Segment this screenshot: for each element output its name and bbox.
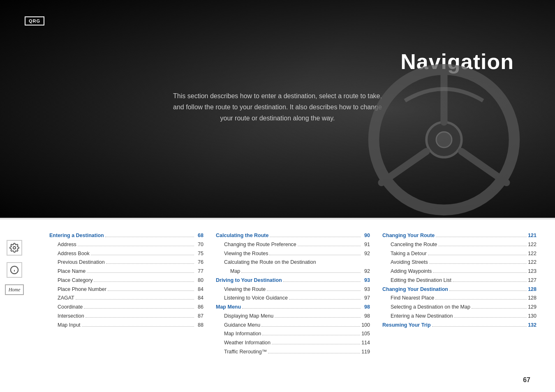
toc-entry-place-name: Place Name 77 [49, 267, 204, 275]
page-number: 67 [523, 376, 530, 384]
svg-line-3 [382, 152, 426, 183]
toc-entry-place-phone: Place Phone Number 84 [49, 286, 204, 293]
toc-col-1: Entering a Destination 68 Address 70 Add… [37, 232, 210, 384]
toc-entry-avoiding-streets: Avoiding Streets 122 [382, 258, 536, 266]
toc-entry-viewing-routes: Viewing the Routes 92 [216, 250, 370, 258]
toc-entry-viewing-route: Viewing the Route 93 [216, 286, 370, 293]
toc-entry-calculating-route: Calculating the Route 90 [216, 232, 370, 240]
toc-entry-address: Address 70 [49, 241, 204, 249]
hero-section: QRG Navigation This section describes ho… [0, 0, 555, 218]
toc-entry-map-input: Map Input 88 [49, 321, 204, 329]
toc-entry-calculating-route-dest: Calculating the Route on the Destination [216, 258, 370, 266]
toc-entry-driving-destination: Driving to Your Destination 93 [216, 277, 370, 284]
toc-col-2: Calculating the Route 90 Changing the Ro… [210, 232, 376, 384]
toc-entry-address-book: Address Book 75 [49, 250, 204, 258]
toc-entry-traffic-rerouting: Traffic Rerouting™ 119 [216, 348, 370, 356]
svg-point-5 [436, 132, 452, 148]
info-icon-box [7, 262, 22, 278]
toc-entry-canceling-route: Canceling the Route 122 [382, 241, 536, 249]
steering-wheel-image [366, 62, 522, 218]
toc-entry-selecting-dest-map: Selecting a Destination on the Map 129 [382, 303, 536, 311]
qrg-badge: QRG [25, 16, 44, 25]
toc-columns: Entering a Destination 68 Address 70 Add… [25, 232, 555, 384]
toc-entry-map: Map 92 [216, 267, 370, 275]
toc-col-3: Changing Your Route 121 Canceling the Ro… [376, 232, 543, 384]
toc-entry-adding-waypoints: Adding Waypoints 123 [382, 267, 536, 275]
toc-entry-map-menu: Map Menu 98 [216, 303, 370, 311]
toc-entry-changing-your-dest: Changing Your Destination 128 [382, 286, 536, 293]
toc-entry-zagat: ZAGAT 84 [49, 294, 204, 302]
toc-entry-intersection: Intersection 87 [49, 312, 204, 320]
toc-entry-previous-destination: Previous Destination 76 [49, 258, 204, 266]
toc-entry-changing-your-route: Changing Your Route 121 [382, 232, 536, 240]
toc-entry-entering-new-dest: Entering a New Destination 130 [382, 312, 536, 320]
toc-entry-entering-destination: Entering a Destination 68 [49, 232, 204, 240]
icons-column: Home [0, 232, 25, 384]
toc-entry-changing-route-pref: Changing the Route Preference 91 [216, 241, 370, 249]
toc-entry-resuming-trip: Resuming Your Trip 132 [382, 321, 536, 329]
home-icon-box: Home [5, 284, 24, 295]
svg-line-4 [462, 152, 506, 183]
toc-entry-guidance-menu: Guidance Menu 100 [216, 321, 370, 329]
page-container: QRG Navigation This section describes ho… [0, 0, 555, 392]
toc-entry-editing-dest-list: Editing the Destination List 127 [382, 277, 536, 284]
toc-entry-map-information: Map Information 105 [216, 330, 370, 338]
toc-entry-weather-info: Weather Information 114 [216, 339, 370, 347]
toc-entry-place-category: Place Category 80 [49, 277, 204, 284]
toc-entry-find-nearest-place: Find Nearest Place 128 [382, 294, 536, 302]
toc-entry-displaying-map-menu: Displaying Map Menu 98 [216, 312, 370, 320]
settings-icon-box [7, 240, 22, 256]
toc-entry-taking-detour: Taking a Detour 122 [382, 250, 536, 258]
toc-section: Home Entering a Destination 68 Address 7… [0, 219, 555, 392]
toc-entry-voice-guidance: Listening to Voice Guidance 97 [216, 294, 370, 302]
toc-entry-coordinate: Coordinate 86 [49, 303, 204, 311]
svg-point-6 [13, 247, 16, 249]
